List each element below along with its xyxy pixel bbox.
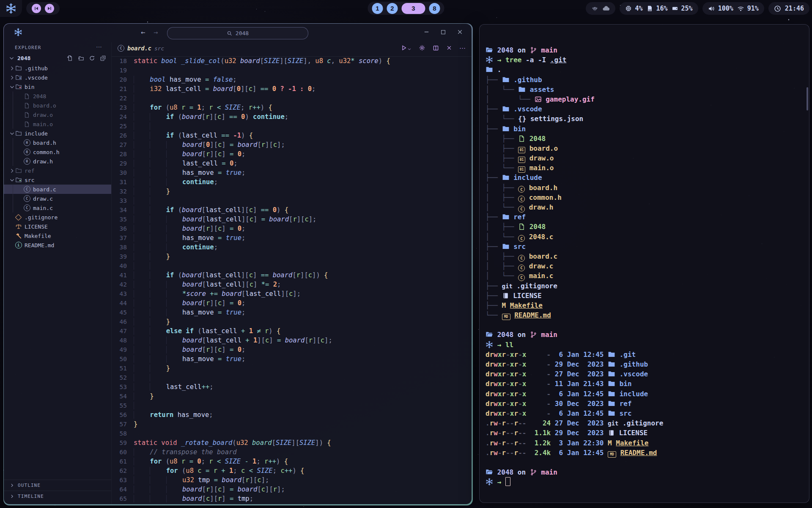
explorer-item-Makefile[interactable]: Makefile (4, 231, 111, 240)
terminal-content: 2048 on main → tree -a -I .git .├── .git… (486, 45, 806, 487)
line-number: 32 (112, 187, 134, 196)
collapse-all-button[interactable] (100, 55, 106, 61)
network-fan-icon (591, 5, 598, 12)
readme-info-icon: i (15, 242, 22, 248)
explorer-item-include[interactable]: include (4, 129, 111, 138)
explorer-item-label: common.h (33, 149, 60, 155)
line-number: 40 (112, 261, 134, 271)
line-number: 64 (112, 485, 134, 494)
explorer-item-main.c[interactable]: Cmain.c (4, 203, 111, 213)
explorer-item-main.o[interactable]: main.o (4, 119, 111, 129)
line-number: 55 (112, 401, 134, 410)
line-number: 42 (112, 280, 134, 289)
code-line-32: 32 } (112, 187, 472, 196)
split-editor-icon (433, 45, 439, 51)
launcher-button[interactable] (0, 0, 22, 17)
chevron-right-icon (9, 75, 15, 80)
code-line-20: 20 bool has_move = false; (112, 75, 472, 84)
explorer-item-label: main.o (33, 121, 53, 127)
code-line-23: 23 for (u8 r = 1; r < SIZE; r++) { (112, 103, 472, 112)
explorer-item-draw.o[interactable]: draw.o (4, 110, 111, 119)
media-next-button[interactable] (45, 4, 54, 13)
maximize-button[interactable] (440, 29, 446, 35)
timeline-panel-header[interactable]: TIMELINE (4, 491, 111, 502)
nav-back-button[interactable]: ← (138, 28, 148, 37)
explorer-item-label: board.o (33, 102, 56, 109)
settings-button[interactable] (419, 44, 425, 51)
line-number: 19 (112, 66, 134, 75)
explorer-item-README.md[interactable]: iREADME.md (4, 240, 111, 250)
explorer-item-board.c[interactable]: Cboard.c (4, 185, 111, 194)
explorer-item-board.o[interactable]: board.o (4, 101, 111, 110)
terminal-line-15: │ ├── C board.h (486, 183, 806, 193)
explorer-item-board.h[interactable]: Hboard.h (4, 138, 111, 147)
outline-panel-header[interactable]: OUTLINE (4, 480, 111, 491)
terminal-line-1: 2048 on main (486, 45, 806, 55)
fd-icon (608, 400, 615, 407)
explorer-item-common.h[interactable]: Hcommon.h (4, 147, 111, 157)
chevron-down-icon (407, 47, 411, 51)
terminal-window[interactable]: 2048 on main → tree -a -I .git .├── .git… (479, 24, 809, 503)
dir-icon (486, 46, 493, 54)
workspace-8[interactable]: 8 (429, 3, 440, 14)
terminal-scrollbar[interactable] (807, 87, 808, 110)
file-icon (23, 102, 30, 109)
code-line-26: 26 if (last_cell == -1) { (112, 131, 472, 140)
line-number: 46 (112, 317, 134, 326)
explorer-item-.github[interactable]: .github (4, 64, 111, 73)
permissions: .rw-r--r-- (486, 439, 526, 447)
new-file-button[interactable] (67, 55, 73, 61)
clock-pill: 21:46 (768, 2, 809, 15)
workspace-3-active[interactable]: 3 (402, 3, 425, 14)
explorer-item-src[interactable]: src (4, 175, 111, 185)
code-editor[interactable]: 18static bool _slide_col(u32 board[SIZE]… (112, 56, 472, 504)
explorer-item-label: .gitignore (25, 214, 58, 221)
explorer-item-label: main.c (33, 205, 53, 211)
media-prev-button[interactable] (32, 4, 41, 13)
run-button[interactable] (401, 44, 411, 51)
chevron-down-icon (9, 55, 14, 61)
breadcrumb[interactable]: C board.c src (118, 45, 164, 52)
explorer-item-LICENSE[interactable]: LICENSE (4, 222, 111, 231)
status-pills: 4% 16% 25% 100% 91% 21:46 (586, 0, 809, 17)
terminal-line-20: │ └── C 2048.c (486, 232, 806, 242)
explorer-item-ref[interactable]: ref (4, 166, 111, 175)
star (476, 248, 477, 249)
explorer-item-.vscode[interactable]: .vscode (4, 73, 111, 82)
terminal-line-12: │ ├── 01 draw.o (486, 153, 806, 163)
terminal-line-16: │ ├── C common.h (486, 193, 806, 202)
terminal-line-42: .rw-r--r-- 2.4k 6 Jan 12:45 MD README.md (486, 448, 806, 458)
code-line-40: 40 (112, 261, 472, 271)
explorer-item-.gitignore[interactable]: .gitignore (4, 213, 111, 222)
explorer-item-bin[interactable]: bin (4, 82, 111, 91)
split-editor-button[interactable] (433, 45, 439, 51)
workspace-2[interactable]: 2 (387, 3, 398, 14)
minimize-button[interactable] (423, 29, 430, 35)
code-line-25: 25 (112, 121, 472, 131)
network-pill (586, 2, 615, 15)
cpu-usage: 4% (635, 5, 642, 12)
command-search-box[interactable]: 2048 (167, 27, 308, 39)
code-line-27: 27 board[0][c] = board[r][c]; (112, 140, 472, 149)
explorer-item-2048[interactable]: 2048 (4, 91, 111, 101)
line-number: 53 (112, 382, 134, 392)
line-number: 22 (112, 94, 134, 103)
terminal-line-21: ├── src (486, 242, 806, 251)
new-folder-button[interactable] (78, 55, 84, 61)
explorer-root-folder[interactable]: 2048 (4, 54, 111, 63)
code-line-47: 47 else if (last_cell + 1 ≠ r) { (112, 326, 472, 336)
cpu-icon (625, 5, 632, 12)
disk-usage: 25% (681, 5, 693, 12)
explorer-item-label: draw.c (33, 196, 53, 202)
nav-forward-button[interactable]: → (151, 28, 160, 37)
explorer-item-draw.h[interactable]: Hdraw.h (4, 157, 111, 166)
terminal-line-45: → (486, 477, 806, 487)
new-folder-icon (78, 55, 84, 61)
close-button[interactable] (457, 29, 463, 35)
explorer-item-draw.c[interactable]: Cdraw.c (4, 194, 111, 203)
workspace-1[interactable]: 1 (372, 3, 383, 14)
close-editor-button[interactable] (446, 45, 452, 51)
line-number: 63 (112, 475, 134, 485)
refresh-button[interactable] (89, 55, 95, 61)
explorer-more-button[interactable]: ··· (93, 43, 104, 50)
